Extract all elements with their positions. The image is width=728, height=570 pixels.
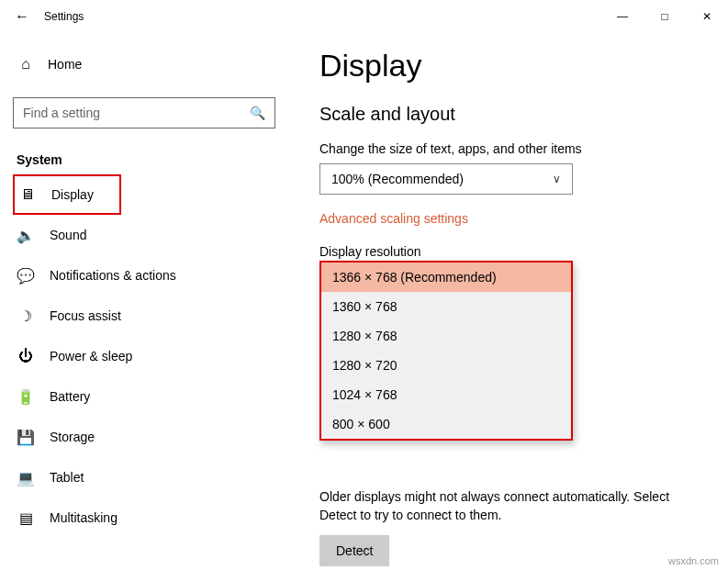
resolution-option[interactable]: 1280 × 720 [321,351,571,380]
close-button[interactable]: ✕ [686,2,728,31]
back-button[interactable]: ← [0,8,44,25]
sidebar-item-label: Sound [50,228,86,242]
titlebar: ← Settings ― □ ✕ [0,0,728,33]
sidebar-item-label: Battery [50,389,90,404]
battery-icon: 🔋 [17,388,35,406]
section-title: Scale and layout [319,104,702,125]
tablet-icon: 💻 [17,469,35,486]
storage-icon: 💾 [17,429,35,446]
multitasking-icon: ▤ [17,509,35,527]
display-icon: 🖥 [18,186,37,203]
sidebar-item-sound[interactable]: 🔈 Sound [13,215,286,255]
page-title: Display [319,48,702,84]
sidebar-item-label: Tablet [50,470,84,485]
sidebar-item-label: Storage [50,430,95,444]
sidebar-item-multitasking[interactable]: ▤ Multitasking [13,497,286,538]
sidebar-item-label: Power & sleep [50,349,132,363]
content-pane: Display Scale and layout Change the size… [294,33,728,570]
sidebar-item-power-sleep[interactable]: ⏻ Power & sleep [13,336,286,376]
resolution-option[interactable]: 1366 × 768 (Recommended) [321,263,571,292]
search-placeholder: Find a setting [23,106,250,120]
sidebar-item-label: Display [51,187,94,202]
older-displays-note: Older displays might not always connect … [319,488,702,524]
notifications-icon: 💬 [17,267,35,285]
search-input[interactable]: Find a setting 🔍 [13,97,275,129]
resolution-option[interactable]: 1024 × 768 [321,380,571,409]
resolution-option[interactable]: 1280 × 768 [321,321,571,351]
sidebar-item-label: Multitasking [50,510,118,525]
sound-icon: 🔈 [17,227,35,244]
resolution-label: Display resolution [319,244,702,259]
home-link[interactable]: ⌂ Home [13,44,286,84]
search-icon: 🔍 [250,106,265,120]
sidebar-item-notifications[interactable]: 💬 Notifications & actions [13,255,286,296]
sidebar-item-storage[interactable]: 💾 Storage [13,417,286,457]
window-title: Settings [44,10,84,23]
minimize-button[interactable]: ― [601,2,644,31]
scale-dropdown[interactable]: 100% (Recommended) ∨ [319,163,573,195]
sidebar: ⌂ Home Find a setting 🔍 System 🖥 Display… [0,33,294,570]
watermark: wsxdn.com [668,555,719,566]
maximize-button[interactable]: □ [644,2,686,31]
sidebar-item-battery[interactable]: 🔋 Battery [13,376,286,417]
sidebar-item-label: Focus assist [50,308,121,323]
sidebar-item-label: Notifications & actions [50,268,176,283]
home-label: Home [48,57,82,72]
focus-assist-icon: ☽ [17,307,35,325]
power-icon: ⏻ [17,348,35,364]
resolution-option[interactable]: 800 × 600 [321,409,571,439]
detect-button[interactable]: Detect [319,535,389,566]
sidebar-item-focus-assist[interactable]: ☽ Focus assist [13,296,286,336]
home-icon: ⌂ [17,56,35,73]
sidebar-item-tablet[interactable]: 💻 Tablet [13,457,286,497]
resolution-option[interactable]: 1360 × 768 [321,292,571,321]
resolution-dropdown-open[interactable]: 1366 × 768 (Recommended) 1360 × 768 1280… [319,261,573,441]
chevron-down-icon: ∨ [553,173,561,185]
advanced-scaling-link[interactable]: Advanced scaling settings [319,211,468,226]
sidebar-item-display[interactable]: 🖥 Display [13,174,121,215]
section-header: System [17,152,286,167]
scale-label: Change the size of text, apps, and other… [319,141,702,156]
scale-value: 100% (Recommended) [331,172,553,186]
